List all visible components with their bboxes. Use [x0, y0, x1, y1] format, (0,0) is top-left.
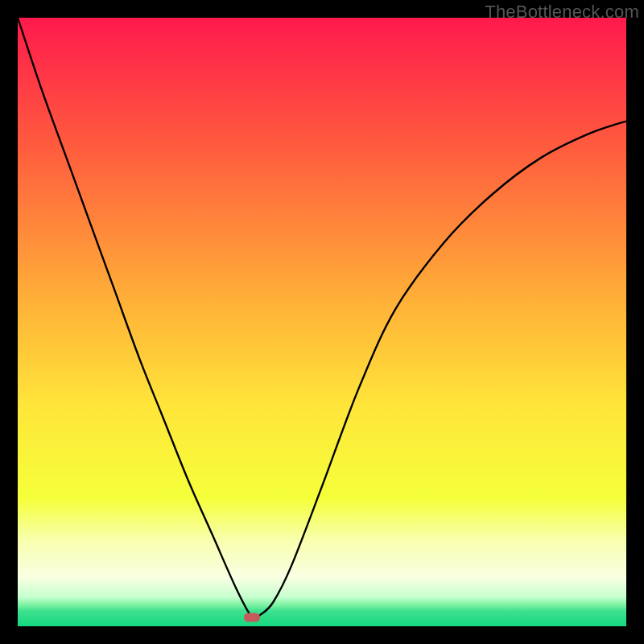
optimal-point-marker	[244, 613, 260, 621]
chart-curve	[18, 18, 626, 626]
chart-frame	[18, 18, 626, 626]
